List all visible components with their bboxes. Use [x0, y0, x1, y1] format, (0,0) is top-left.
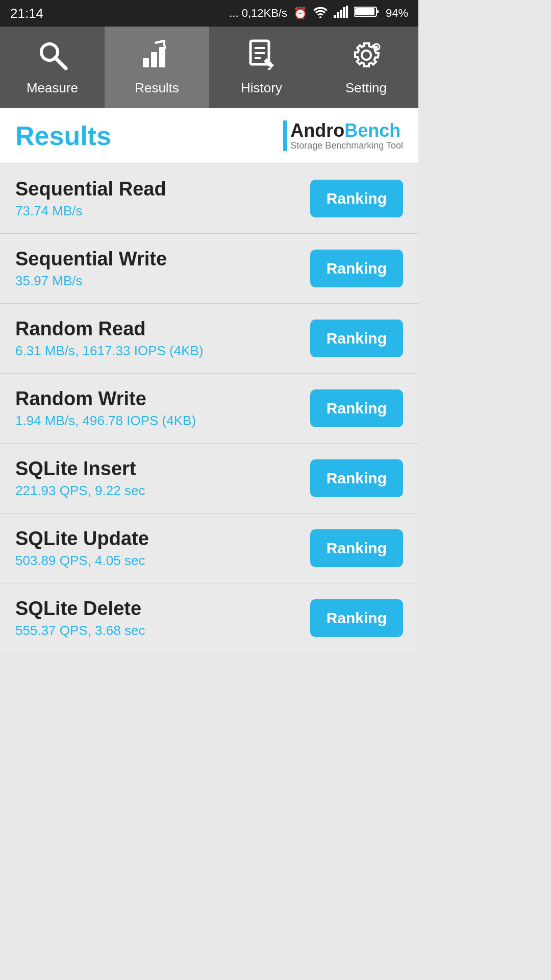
- svg-line-20: [268, 68, 271, 69]
- result-value: 6.31 MB/s, 1617.33 IOPS (4KB): [15, 343, 310, 359]
- svg-rect-3: [340, 10, 342, 18]
- result-item: SQLite Delete 555.37 QPS, 3.68 sec Ranki…: [0, 583, 418, 653]
- nav-bar: Measure Results: [0, 27, 418, 108]
- logo-bar: [283, 120, 287, 151]
- results-list: Sequential Read 73.74 MB/s Ranking Seque…: [0, 164, 418, 653]
- result-name: SQLite Delete: [15, 598, 310, 620]
- result-item: Sequential Read 73.74 MB/s Ranking: [0, 164, 418, 234]
- status-right: ... 0,12KB/s ⏰: [229, 6, 408, 21]
- svg-rect-1: [334, 15, 336, 18]
- status-bar: 21:14 ... 0,12KB/s ⏰: [0, 0, 418, 27]
- measure-icon: [36, 39, 69, 75]
- nav-item-history[interactable]: History: [209, 27, 314, 108]
- svg-point-23: [375, 46, 378, 48]
- page-header: Results AndroBench Storage Benchmarking …: [0, 108, 418, 164]
- ranking-button[interactable]: Ranking: [310, 389, 403, 427]
- result-name: Sequential Write: [15, 248, 310, 270]
- nav-item-measure[interactable]: Measure: [0, 27, 105, 108]
- status-time: 21:14: [10, 6, 43, 21]
- svg-rect-11: [143, 58, 149, 67]
- result-info: SQLite Insert 221.93 QPS, 9.22 sec: [15, 458, 310, 499]
- wifi-icon: [313, 6, 328, 21]
- setting-icon: [350, 39, 383, 75]
- result-item: SQLite Insert 221.93 QPS, 9.22 sec Ranki…: [0, 444, 418, 513]
- ranking-button[interactable]: Ranking: [310, 599, 403, 637]
- svg-rect-12: [151, 52, 157, 67]
- page-title: Results: [15, 120, 111, 151]
- history-icon: [245, 39, 278, 75]
- results-icon: [141, 39, 173, 75]
- result-info: Random Write 1.94 MB/s, 496.78 IOPS (4KB…: [15, 388, 310, 429]
- result-value: 221.93 QPS, 9.22 sec: [15, 483, 310, 499]
- ranking-button[interactable]: Ranking: [310, 180, 403, 217]
- result-value: 1.94 MB/s, 496.78 IOPS (4KB): [15, 413, 310, 429]
- logo-subtitle: Storage Benchmarking Tool: [290, 141, 403, 151]
- nav-history-label: History: [241, 80, 282, 96]
- result-item: Random Read 6.31 MB/s, 1617.33 IOPS (4KB…: [0, 304, 418, 374]
- logo-text: AndroBench Storage Benchmarking Tool: [290, 120, 403, 151]
- ranking-button[interactable]: Ranking: [310, 250, 403, 287]
- result-info: Sequential Read 73.74 MB/s: [15, 178, 310, 219]
- nav-item-results[interactable]: Results: [105, 27, 209, 108]
- logo-area: AndroBench Storage Benchmarking Tool: [283, 120, 403, 151]
- ranking-button[interactable]: Ranking: [310, 459, 403, 497]
- network-speed: ... 0,12KB/s: [229, 7, 287, 20]
- svg-rect-13: [159, 47, 165, 67]
- nav-measure-label: Measure: [27, 80, 78, 96]
- logo-name: AndroBench: [290, 120, 403, 141]
- battery-percentage: [354, 6, 380, 21]
- result-item: SQLite Update 503.89 QPS, 4.05 sec Ranki…: [0, 513, 418, 583]
- result-value: 35.97 MB/s: [15, 273, 310, 289]
- result-name: Random Read: [15, 318, 310, 340]
- svg-rect-4: [343, 7, 345, 18]
- result-name: Sequential Read: [15, 178, 310, 200]
- battery-text: 94%: [386, 7, 408, 20]
- result-item: Sequential Write 35.97 MB/s Ranking: [0, 234, 418, 304]
- svg-rect-2: [337, 12, 339, 18]
- result-info: SQLite Update 503.89 QPS, 4.05 sec: [15, 528, 310, 569]
- ranking-button[interactable]: Ranking: [310, 529, 403, 567]
- svg-rect-5: [346, 6, 348, 18]
- svg-rect-7: [377, 10, 379, 13]
- svg-line-10: [55, 58, 66, 68]
- result-name: SQLite Insert: [15, 458, 310, 480]
- svg-point-0: [319, 16, 321, 18]
- result-info: Random Read 6.31 MB/s, 1617.33 IOPS (4KB…: [15, 318, 310, 359]
- result-name: SQLite Update: [15, 528, 310, 550]
- result-info: SQLite Delete 555.37 QPS, 3.68 sec: [15, 598, 310, 639]
- result-info: Sequential Write 35.97 MB/s: [15, 248, 310, 289]
- result-value: 73.74 MB/s: [15, 203, 310, 219]
- result-value: 555.37 QPS, 3.68 sec: [15, 623, 310, 639]
- nav-results-label: Results: [135, 80, 179, 96]
- result-item: Random Write 1.94 MB/s, 496.78 IOPS (4KB…: [0, 374, 418, 444]
- result-value: 503.89 QPS, 4.05 sec: [15, 553, 310, 569]
- nav-item-setting[interactable]: Setting: [314, 27, 418, 108]
- svg-rect-8: [355, 8, 374, 15]
- svg-point-21: [362, 51, 371, 60]
- nav-setting-label: Setting: [345, 80, 387, 96]
- result-name: Random Write: [15, 388, 310, 410]
- alarm-icon: ⏰: [293, 7, 307, 20]
- signal-icon: [334, 6, 348, 21]
- ranking-button[interactable]: Ranking: [310, 320, 403, 357]
